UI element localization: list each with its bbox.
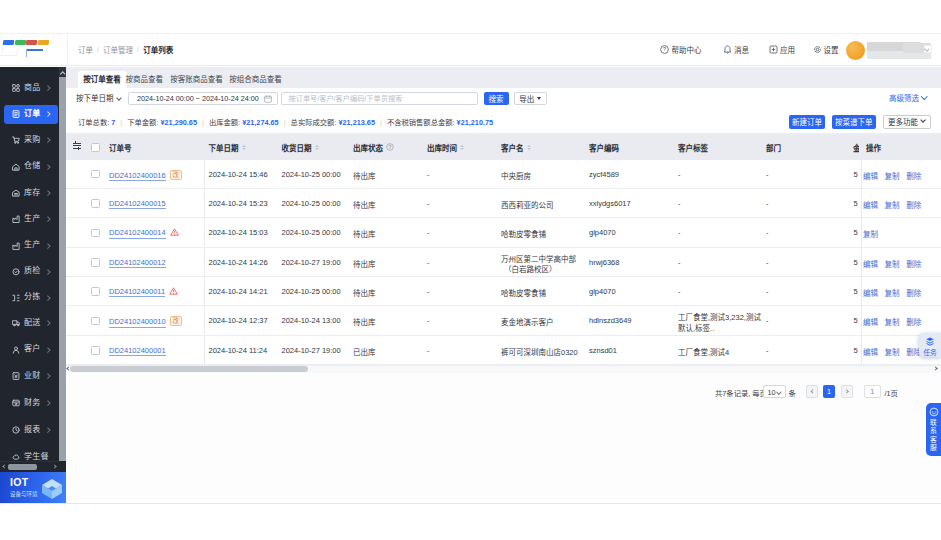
svg-text:?: ? [663, 46, 666, 52]
svg-text:?: ? [389, 145, 392, 150]
